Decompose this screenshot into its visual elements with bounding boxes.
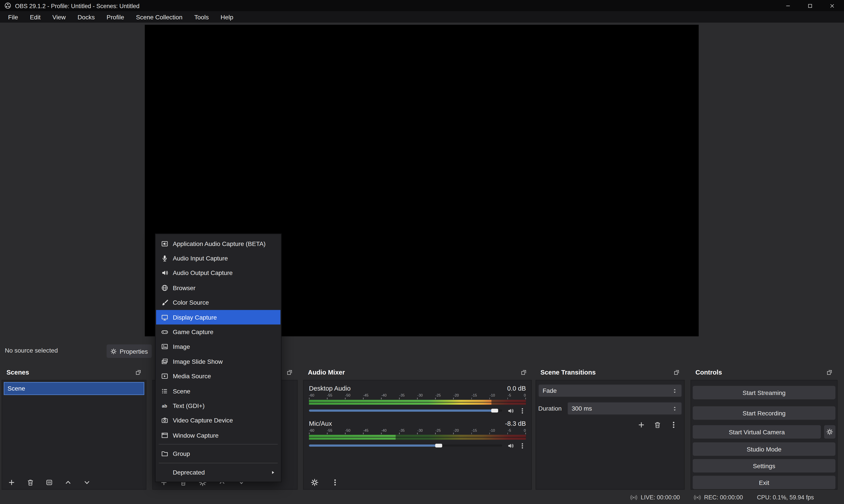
menu-item-image-slide-show[interactable]: Image Slide Show (156, 354, 281, 369)
scenes-list: Scene (2, 380, 146, 490)
speaker-icon[interactable] (507, 407, 514, 414)
studio-mode-button[interactable]: Studio Mode (693, 443, 836, 456)
cpu-status: CPU: 0.1%, 59.94 fps (757, 494, 814, 501)
kebab-menu-icon[interactable] (519, 442, 526, 449)
add-source-context-menu: Application Audio Capture (BETA) Audio I… (155, 234, 282, 483)
db-label: -10 (490, 393, 495, 398)
db-label: -55 (327, 393, 333, 398)
obs-window: OBS 29.1.2 - Profile: Untitled - Scenes:… (0, 0, 844, 504)
menu-help[interactable]: Help (215, 11, 239, 22)
kebab-menu-icon[interactable] (331, 479, 339, 487)
virtual-camera-settings-button[interactable] (824, 425, 835, 438)
menu-item-application-audio-capture[interactable]: Application Audio Capture (BETA) (156, 236, 281, 251)
paint-brush-icon (161, 299, 168, 306)
volume-slider[interactable] (309, 445, 502, 447)
volume-meter (309, 400, 526, 404)
titlebar: OBS 29.1.2 - Profile: Untitled - Scenes:… (0, 0, 844, 11)
monitor-icon (161, 314, 168, 321)
scene-list-item[interactable]: Scene (4, 382, 144, 395)
menu-item-display-capture[interactable]: Display Capture (156, 310, 281, 325)
rec-status: REC: 00:00:00 (694, 494, 743, 501)
menu-item-image[interactable]: Image (156, 339, 281, 354)
properties-button[interactable]: Properties (107, 344, 152, 358)
channel-name: Mic/Aux (309, 419, 332, 427)
minimize-icon[interactable] (785, 2, 791, 9)
menu-item-media-source[interactable]: Media Source (156, 369, 281, 383)
duration-spinbox[interactable]: 300 ms (568, 402, 682, 415)
camera-icon (161, 417, 168, 424)
scenes-dock: Scenes Scene (2, 365, 146, 490)
db-label: -25 (435, 393, 441, 398)
menu-edit[interactable]: Edit (24, 11, 47, 22)
popout-icon[interactable] (826, 369, 832, 376)
remove-icon[interactable] (26, 479, 35, 487)
menu-separator (159, 444, 278, 445)
audio-mixer-dock: Audio Mixer Desktop Audio 0.0 dB -60-55-… (303, 365, 532, 490)
remove-transition-icon[interactable] (653, 421, 662, 429)
kebab-menu-icon[interactable] (519, 407, 526, 414)
menu-item-audio-input-capture[interactable]: Audio Input Capture (156, 251, 281, 266)
scene-transitions-title: Scene Transitions (540, 368, 596, 376)
add-transition-icon[interactable] (638, 421, 645, 429)
menu-item-video-capture-device[interactable]: Video Capture Device (156, 413, 281, 428)
channel-level-db: 0.0 dB (507, 384, 526, 392)
start-streaming-button[interactable]: Start Streaming (693, 386, 836, 399)
menu-tools[interactable]: Tools (188, 11, 215, 22)
menu-file[interactable]: File (2, 11, 24, 22)
menu-docks[interactable]: Docks (72, 11, 101, 22)
db-label: -5 (508, 428, 511, 433)
filters-icon[interactable] (45, 479, 53, 487)
advanced-audio-gear-icon[interactable] (311, 479, 319, 487)
menu-item-game-capture[interactable]: Game Capture (156, 325, 281, 339)
obs-logo-icon (4, 2, 12, 9)
spinner-arrows-icon (672, 388, 678, 394)
popout-icon[interactable] (286, 369, 293, 376)
gear-icon (111, 348, 117, 354)
exit-button[interactable]: Exit (693, 476, 836, 489)
add-icon[interactable] (7, 479, 16, 487)
db-label: -5 (508, 393, 511, 398)
popout-icon[interactable] (521, 369, 527, 376)
db-label: -50 (345, 393, 351, 398)
scenes-toolbar (7, 479, 91, 487)
menu-item-scene[interactable]: Scene (156, 383, 281, 398)
popout-icon[interactable] (674, 369, 680, 376)
kebab-menu-icon[interactable] (670, 421, 678, 429)
speaker-icon (161, 269, 168, 277)
volume-slider[interactable] (309, 410, 502, 412)
move-down-icon[interactable] (83, 479, 91, 487)
menu-item-deprecated[interactable]: Deprecated (156, 465, 281, 480)
channel-name: Desktop Audio (309, 384, 351, 392)
text-icon (161, 402, 168, 410)
scenes-title: Scenes (6, 368, 29, 376)
transition-select[interactable]: Fade (538, 384, 682, 397)
volume-slider-handle[interactable] (491, 409, 498, 413)
menu-item-group[interactable]: Group (156, 446, 281, 461)
close-icon[interactable] (829, 2, 835, 9)
menu-profile[interactable]: Profile (101, 11, 130, 22)
menu-scene-collection[interactable]: Scene Collection (130, 11, 188, 22)
db-label: 0 (524, 393, 526, 398)
menu-item-color-source[interactable]: Color Source (156, 295, 281, 310)
maximize-icon[interactable] (807, 2, 813, 9)
window-controls (785, 2, 840, 9)
db-label: -45 (363, 393, 369, 398)
db-scale: -60-55-50-45-40-35-30-25-20-15-10-50 (309, 428, 526, 433)
volume-slider-handle[interactable] (435, 444, 442, 448)
menu-view[interactable]: View (47, 11, 71, 22)
transition-buttons (538, 421, 682, 429)
duration-value: 300 ms (572, 405, 592, 412)
application-audio-icon (161, 240, 168, 247)
menu-item-text-gdi[interactable]: Text (GDI+) (156, 398, 281, 413)
broadcast-icon (694, 494, 701, 501)
settings-button[interactable]: Settings (693, 459, 836, 472)
speaker-icon[interactable] (507, 442, 514, 449)
mixer-channel-mic-aux: Mic/Aux -8.3 dB -60-55-50-45-40-35-30-25… (309, 419, 526, 449)
menu-item-audio-output-capture[interactable]: Audio Output Capture (156, 266, 281, 281)
start-recording-button[interactable]: Start Recording (693, 406, 836, 419)
popout-icon[interactable] (135, 369, 142, 376)
menu-item-window-capture[interactable]: Window Capture (156, 428, 281, 443)
menu-item-browser[interactable]: Browser (156, 281, 281, 295)
move-up-icon[interactable] (64, 479, 72, 487)
start-virtual-camera-button[interactable]: Start Virtual Camera (693, 425, 821, 438)
